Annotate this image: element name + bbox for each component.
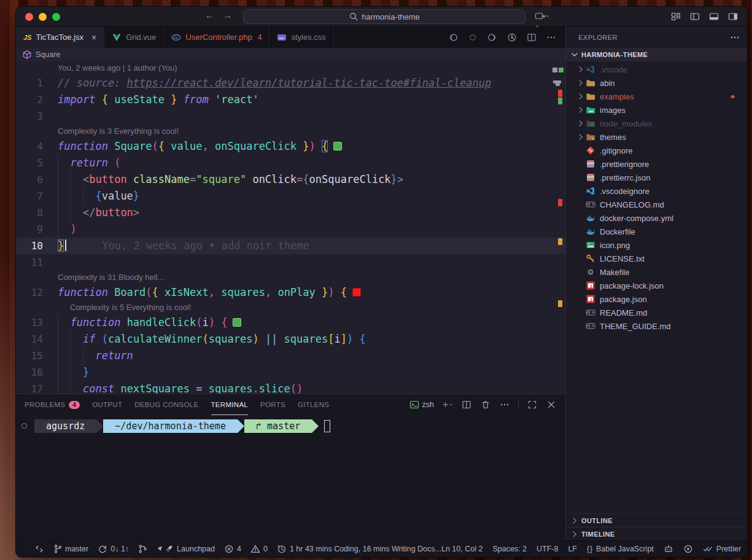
minimize-window-button[interactable]: [39, 13, 47, 21]
split-editor-icon[interactable]: [461, 399, 472, 410]
tab-styles.css[interactable]: cssstyles.css: [269, 26, 333, 48]
panel-tab-gitlens[interactable]: GITLENS: [298, 394, 329, 415]
tab-Grid.vue[interactable]: Grid.vue: [104, 26, 164, 48]
code-line-6[interactable]: 6 <button className="square" onClick={on…: [16, 171, 565, 188]
status-time-tracker[interactable]: 1 hr 43 mins Coding, 16 mins Writing Doc…: [277, 544, 441, 554]
status-copilot[interactable]: [664, 544, 673, 554]
code-line-4[interactable]: 4function Square({ value, onSquareClick …: [16, 138, 565, 155]
file-.vscodeignore[interactable]: .vscodeignore: [566, 184, 747, 198]
code-line-8[interactable]: 8 </button>: [16, 204, 565, 221]
workspace-root-folder[interactable]: HARMONIA-THEME: [566, 48, 747, 61]
code-line-3[interactable]: 3: [16, 108, 565, 125]
nav-back-icon[interactable]: [448, 32, 459, 43]
file-THEME_GUIDE.md[interactable]: THEME_GUIDE.md: [566, 319, 747, 333]
file-docker-compose.yml[interactable]: docker-compose.yml: [566, 211, 747, 225]
file-Dockerfile[interactable]: Dockerfile: [566, 225, 747, 238]
status-git-sync[interactable]: 0↓ 1↑: [98, 544, 129, 554]
panel-tab-debug-console[interactable]: DEBUG CONSOLE: [134, 394, 198, 415]
status-run-task[interactable]: [683, 544, 693, 554]
panel-tab-terminal[interactable]: TERMINAL: [211, 394, 249, 415]
codelens[interactable]: You, 2 weeks ago | 1 author (You): [16, 61, 565, 75]
layout-dropdown-icon[interactable]: ⌄: [535, 11, 549, 32]
codelens[interactable]: Complexity is 3 Everything is cool!: [16, 125, 565, 138]
more-icon[interactable]: [499, 399, 510, 410]
panel-tab-ports[interactable]: PORTS: [260, 394, 285, 415]
file-package.json[interactable]: package.json: [566, 292, 747, 306]
code-line-7[interactable]: 7 {value}: [16, 188, 565, 204]
maximize-icon[interactable]: [527, 399, 538, 410]
toggle-primary-sidebar-icon[interactable]: [689, 11, 700, 22]
nav-dot-icon[interactable]: [467, 32, 478, 43]
history-forward-arrow-icon[interactable]: →: [223, 10, 232, 20]
tab-UserController.php[interactable]: phpUserController.php4: [164, 26, 269, 48]
explorer-more-icon[interactable]: [730, 33, 740, 42]
zoom-window-button[interactable]: [52, 13, 60, 21]
terminal-icon: [409, 400, 419, 410]
status-language-mode[interactable]: {}Babel JavaScript: [587, 545, 654, 553]
nav-forward-icon[interactable]: [487, 32, 498, 43]
code-line-2[interactable]: 2import { useState } from 'react': [16, 91, 565, 108]
file-LICENSE.txt[interactable]: LICENSE.txt: [566, 252, 747, 265]
status-git-branch[interactable]: master: [53, 544, 88, 554]
code-line-12[interactable]: 12function Board({ xIsNext, squares, onP…: [16, 284, 565, 301]
file-package-lock.json[interactable]: package-lock.json: [566, 279, 747, 292]
code-line-1[interactable]: 1// source: https://react.dev/learn/tuto…: [16, 75, 565, 91]
more-icon[interactable]: [546, 32, 557, 43]
toggle-secondary-sidebar-icon[interactable]: [727, 11, 738, 22]
split-editor-icon[interactable]: [526, 32, 537, 43]
timeline-section[interactable]: TIMELINE: [566, 527, 747, 540]
code-editor[interactable]: You, 2 weeks ago | 1 author (You)1// sou…: [16, 61, 565, 394]
terminal-shell-item[interactable]: zsh: [409, 400, 434, 410]
status-indentation[interactable]: Spaces: 2: [492, 545, 527, 553]
file-.prettierrc.json[interactable]: .prettierrc.json: [566, 171, 747, 184]
close-icon[interactable]: [546, 399, 557, 410]
status-problems-errors[interactable]: 4: [224, 544, 241, 554]
close-tab-icon[interactable]: ×: [91, 33, 96, 42]
file-.gitignore[interactable]: .gitignore: [566, 144, 747, 157]
history-back-arrow-icon[interactable]: ←: [205, 10, 214, 20]
folder-node_modules[interactable]: node_modules: [566, 117, 747, 130]
status-problems-warnings[interactable]: 0: [250, 544, 268, 554]
status-encoding[interactable]: UTF-8: [537, 545, 558, 553]
file-CHANGELOG.md[interactable]: CHANGELOG.md: [566, 198, 747, 211]
file-.prettierignore[interactable]: .prettierignore: [566, 157, 747, 171]
customize-layout-icon[interactable]: [670, 11, 681, 22]
close-window-button[interactable]: [25, 13, 33, 21]
command-center-search[interactable]: harmonia-theme: [243, 9, 525, 24]
status-eol[interactable]: LF: [568, 545, 577, 553]
code-line-9[interactable]: 9 ): [16, 221, 565, 238]
run-circle-icon[interactable]: [506, 32, 517, 43]
breadcrumb[interactable]: Square: [16, 48, 565, 61]
status-formatter[interactable]: Prettier: [703, 544, 741, 554]
status-git-graph[interactable]: [138, 544, 147, 554]
panel-tab-problems[interactable]: PROBLEMS4: [25, 394, 80, 415]
codelens[interactable]: Complexity is 31 Bloody hell...: [16, 271, 565, 284]
code-line-11[interactable]: 11: [16, 254, 565, 271]
folder-images[interactable]: images: [566, 103, 747, 117]
code-line-15[interactable]: 15 return: [16, 348, 565, 364]
code-line-16[interactable]: 16 }: [16, 364, 565, 381]
code-line-14[interactable]: 14 if (calculateWinner(squares) || squar…: [16, 331, 565, 348]
file-Makefile[interactable]: Makefile: [566, 265, 747, 279]
status-remote-indicator[interactable]: [34, 544, 44, 554]
plus-icon[interactable]: [442, 399, 453, 410]
terminal[interactable]: agusrdz ~/dev/harmonia-theme ↱ master: [16, 415, 565, 540]
status-cursor-position[interactable]: Ln 10, Col 2: [441, 545, 483, 553]
tab-TicTacToe.jsx[interactable]: JSTicTacToe.jsx×: [16, 26, 104, 48]
panel-tab-output[interactable]: OUTPUT: [92, 394, 122, 415]
toggle-panel-icon[interactable]: [708, 11, 719, 22]
folder-.vscode[interactable]: .vscode: [566, 63, 747, 76]
trash-icon[interactable]: [480, 399, 491, 410]
file-icon.png[interactable]: icon.png: [566, 238, 747, 252]
file-README.md[interactable]: README.md: [566, 306, 747, 319]
folder-examples[interactable]: examples: [566, 90, 747, 103]
folder-themes[interactable]: themes: [566, 130, 747, 144]
status-launchpad[interactable]: Launchpad: [157, 544, 215, 554]
code-line-17[interactable]: 17 const nextSquares = squares.slice(): [16, 381, 565, 394]
code-line-10[interactable]: 10}You, 2 weeks ago • add noir theme: [16, 238, 565, 254]
outline-section[interactable]: OUTLINE: [566, 513, 747, 527]
folder-abin[interactable]: abin: [566, 76, 747, 90]
codelens[interactable]: Complexity is 5 Everything is cool!: [16, 301, 565, 314]
code-line-13[interactable]: 13 function handleClick(i) {: [16, 314, 565, 331]
code-line-5[interactable]: 5 return (: [16, 155, 565, 171]
